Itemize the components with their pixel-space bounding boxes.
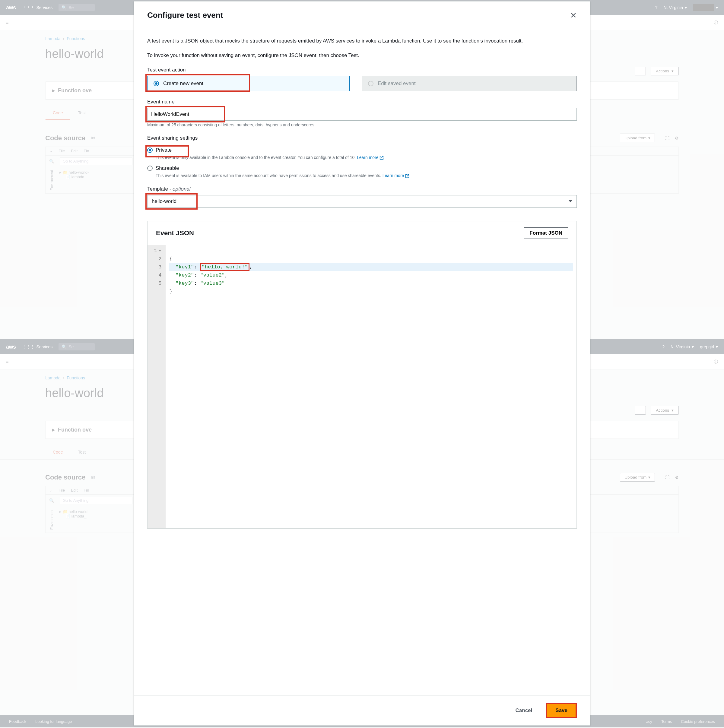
cancel-button[interactable]: Cancel	[510, 705, 538, 717]
private-radio[interactable]: Private	[147, 147, 171, 153]
radio-unselected-icon	[147, 165, 153, 171]
create-new-event-option[interactable]: Create new event	[147, 76, 350, 91]
event-name-hint: Maximum of 25 characters consisting of l…	[147, 122, 577, 127]
learn-more-private-link[interactable]: Learn more	[357, 155, 384, 160]
event-json-title: Event JSON	[156, 229, 194, 237]
modal-description-2: To invoke your function without saving a…	[147, 52, 577, 60]
editor-code[interactable]: { "key1": "hello, world!", "key2": "valu…	[165, 245, 577, 528]
learn-more-shareable-link[interactable]: Learn more	[383, 173, 409, 178]
editor-gutter: 1▾ 2 3 4 5	[147, 245, 165, 528]
close-icon[interactable]: ✕	[570, 11, 577, 19]
shareable-hint: This event is available to IAM users wit…	[156, 173, 577, 178]
test-event-action-label: Test event action	[147, 67, 577, 73]
radio-selected-icon	[147, 147, 153, 153]
modal-title: Configure test event	[147, 11, 223, 20]
template-select[interactable]: hello-world	[147, 195, 577, 208]
external-link-icon	[405, 174, 409, 178]
radio-selected-icon	[153, 81, 159, 86]
private-hint: This event is only available in the Lamb…	[156, 155, 577, 160]
caret-down-icon	[569, 200, 572, 202]
save-button[interactable]: Save	[547, 704, 576, 717]
modal-description-1: A test event is a JSON object that mocks…	[147, 37, 577, 45]
template-label: Template - optional	[147, 186, 577, 192]
edit-saved-event-option: Edit saved event	[362, 76, 577, 91]
event-name-input[interactable]	[147, 108, 577, 121]
format-json-button[interactable]: Format JSON	[524, 227, 568, 239]
event-json-panel: Event JSON Format JSON 1▾ 2 3 4 5 { "key…	[147, 221, 577, 529]
shareable-radio[interactable]: Shareable	[147, 165, 577, 171]
json-editor[interactable]: 1▾ 2 3 4 5 { "key1": "hello, world!", "k…	[147, 245, 577, 528]
radio-disabled-icon	[368, 81, 373, 86]
configure-test-event-modal: Configure test event ✕ A test event is a…	[134, 1, 590, 726]
external-link-icon	[380, 156, 384, 160]
event-sharing-label: Event sharing settings	[147, 135, 577, 141]
event-name-label: Event name	[147, 99, 577, 105]
